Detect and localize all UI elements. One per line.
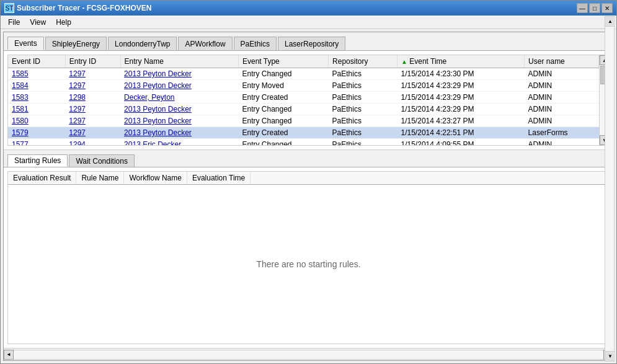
table-row[interactable]: 158112972013 Peyton DeckerEntry ChangedP… [8, 104, 599, 115]
menu-file[interactable]: File [3, 17, 25, 28]
title-bar-left: ST Subscriber Tracer - FCSG-FOXHOVEN [4, 3, 151, 13]
tab-starting-rules[interactable]: Starting Rules [7, 154, 68, 167]
tab-apworkflow[interactable]: APWorkflow [178, 37, 232, 50]
table-row[interactable]: 157912972013 Peyton DeckerEntry CreatedP… [8, 127, 599, 139]
events-table: Event ID Entry ID Entry Name Event Type … [8, 55, 599, 146]
inner-window: Events ShipleyEnergy LondonderryTwp APWo… [3, 32, 614, 361]
tab-events[interactable]: Events [7, 37, 44, 50]
tab-londonderry-twp[interactable]: LondonderryTwp [108, 37, 177, 50]
scroll-left-btn[interactable]: ◄ [4, 350, 14, 360]
rules-table-wrapper: Evaluation Result Rule Name Workflow Nam… [7, 171, 610, 344]
col-user-name: User name [525, 55, 599, 68]
minimize-button[interactable]: — [577, 3, 588, 13]
tab-laser-repository[interactable]: LaserRepository [278, 37, 345, 50]
col-workflow-name: Workflow Name [124, 172, 187, 185]
tab-paethics[interactable]: PaEthics [234, 37, 277, 50]
col-rule-name: Rule Name [76, 172, 124, 185]
col-repository: Repository [329, 55, 397, 68]
app-icon: ST [4, 3, 14, 13]
main-window: ST Subscriber Tracer - FCSG-FOXHOVEN — □… [0, 0, 617, 364]
empty-rules-message: There are no starting rules. [8, 185, 609, 344]
menu-view[interactable]: View [25, 17, 51, 28]
tab-shipley-energy[interactable]: ShipleyEnergy [45, 37, 107, 50]
main-tabs-bar: Events ShipleyEnergy LondonderryTwp APWo… [4, 32, 613, 51]
menu-bar: File View Help [1, 16, 616, 29]
main-content: Event ID Entry ID Entry Name Event Type … [4, 51, 613, 360]
events-area: Event ID Entry ID Entry Name Event Type … [4, 51, 613, 150]
table-row[interactable]: 158012972013 Peyton DeckerEntry ChangedP… [8, 115, 599, 127]
tab-wait-conditions[interactable]: Wait Conditions [69, 154, 135, 167]
bottom-tabs-bar: Starting Rules Wait Conditions [4, 150, 613, 167]
col-event-id: Event ID [8, 55, 65, 68]
outer-scroll-track [605, 29, 614, 351]
table-row[interactable]: 158412972013 Peyton DeckerEntry MovedPaE… [8, 80, 599, 92]
col-event-type: Event Type [238, 55, 328, 68]
h-scroll-track [14, 350, 603, 360]
window-title: Subscriber Tracer - FCSG-FOXHOVEN [17, 4, 151, 12]
col-entry-id: Entry ID [65, 55, 120, 68]
table-row[interactable]: 157712942013 Eric DeckerEntry ChangedPaE… [8, 139, 599, 146]
col-eval-time: Evaluation Time [187, 172, 250, 185]
col-entry-name: Entry Name [120, 55, 238, 68]
close-button[interactable]: ✕ [601, 3, 613, 13]
maximize-button[interactable]: □ [589, 3, 600, 13]
window-controls: — □ ✕ [577, 3, 613, 13]
rules-table: Evaluation Result Rule Name Workflow Nam… [8, 172, 609, 185]
col-event-time[interactable]: ▲ Event Time [397, 55, 525, 68]
title-bar: ST Subscriber Tracer - FCSG-FOXHOVEN — □… [1, 1, 616, 16]
menu-help[interactable]: Help [51, 17, 76, 28]
table-row[interactable]: 158512972013 Peyton DeckerEntry ChangedP… [8, 68, 599, 80]
outer-right-scrollbar: ▲ ▼ [605, 29, 615, 362]
table-row[interactable]: 15831298Decker, PeytonEntry CreatedPaEth… [8, 92, 599, 104]
sort-arrow-icon: ▲ [401, 58, 407, 65]
bottom-scroll-area: ◄ ► [4, 348, 613, 360]
outer-scroll-down[interactable]: ▼ [605, 351, 615, 361]
rules-area: Evaluation Result Rule Name Workflow Nam… [4, 167, 613, 348]
window-content: Events ShipleyEnergy LondonderryTwp APWo… [1, 29, 616, 363]
col-eval-result: Evaluation Result [8, 172, 76, 185]
col-spacer [251, 172, 609, 185]
